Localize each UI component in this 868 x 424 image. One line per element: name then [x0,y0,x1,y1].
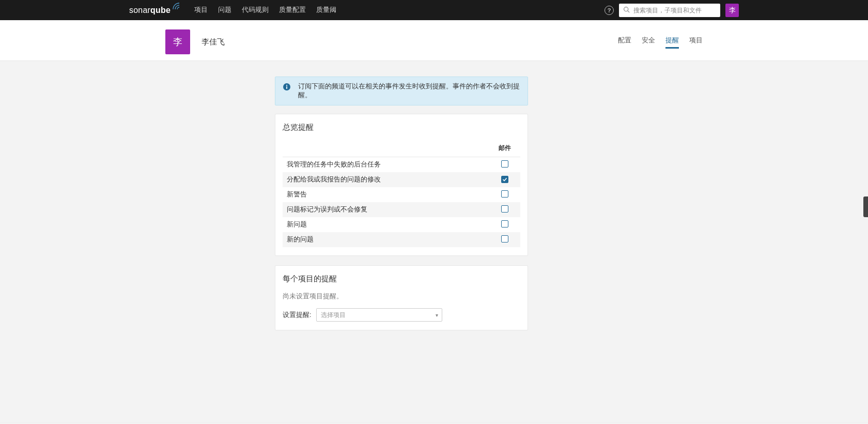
user-name: 李佳飞 [202,37,225,47]
panel-project-title: 每个项目的提醒 [283,274,520,284]
search-icon [623,6,630,14]
top-navbar: sonarqube 项目 问题 代码规则 质量配置 质量阈 ? 李 [0,0,868,20]
notification-label: 新警告 [283,187,489,202]
notification-table: 邮件 我管理的任务中失败的后台任务分配给我或我报告的问题的修改新警告问题标记为误… [283,141,520,247]
project-select-placeholder: 选择项目 [316,308,442,322]
checkbox[interactable] [501,160,508,168]
nav-issues[interactable]: 问题 [213,0,237,20]
tab-security[interactable]: 安全 [642,36,655,49]
info-icon [283,83,291,93]
checkbox[interactable] [501,235,508,243]
table-row: 新的问题 [283,232,520,247]
nav-projects[interactable]: 项目 [189,0,213,20]
notification-checkbox-cell [489,157,520,173]
logo-waves-icon [173,3,180,11]
checkbox[interactable] [501,190,508,198]
tab-notifications[interactable]: 提醒 [665,36,679,49]
logo-bold: qube [150,6,171,14]
table-row: 新问题 [283,217,520,232]
checkbox[interactable] [501,205,508,213]
help-icon[interactable]: ? [605,6,614,15]
project-select[interactable]: 选择项目 ▾ [316,308,442,322]
side-handle[interactable] [863,196,868,217]
nav-links: 项目 问题 代码规则 质量配置 质量阈 [189,0,342,20]
main-area: 订阅下面的频道可以在相关的事件发生时收到提醒。事件的作者不会收到提醒。 总览提醒… [0,61,868,423]
project-empty-text: 尚未设置项目提醒。 [283,292,520,301]
notification-label: 新的问题 [283,232,489,247]
col-email: 邮件 [489,141,520,157]
user-avatar-small[interactable]: 李 [725,4,739,17]
subtabs: 配置 安全 提醒 项目 [618,36,703,49]
tab-projects[interactable]: 项目 [689,36,703,49]
svg-point-0 [624,7,628,11]
table-row: 问题标记为误判或不会修复 [283,202,520,217]
user-avatar-big: 李 [165,29,190,54]
table-row: 新警告 [283,187,520,202]
search-input[interactable] [619,4,720,17]
checkbox[interactable] [501,220,508,228]
checkbox[interactable] [501,176,508,183]
subheader: 李 李佳飞 配置 安全 提醒 项目 [0,20,868,61]
notification-label: 新问题 [283,217,489,232]
panel-global-notifications: 总览提醒 邮件 我管理的任务中失败的后台任务分配给我或我报告的问题的修改新警告问… [275,114,528,256]
notification-checkbox-cell [489,202,520,217]
panel-project-notifications: 每个项目的提醒 尚未设置项目提醒。 设置提醒: 选择项目 ▾ [275,265,528,330]
project-select-row: 设置提醒: 选择项目 ▾ [283,308,520,322]
nav-rules[interactable]: 代码规则 [237,0,274,20]
project-select-label: 设置提醒: [283,311,311,320]
table-row: 我管理的任务中失败的后台任务 [283,157,520,173]
logo-thin: sonar [129,6,150,14]
svg-line-1 [628,10,629,12]
table-row: 分配给我或我报告的问题的修改 [283,172,520,187]
navbar-left: sonarqube 项目 问题 代码规则 质量配置 质量阈 [10,0,342,20]
chevron-down-icon: ▾ [436,312,438,318]
notification-checkbox-cell [489,172,520,187]
search-box [619,4,720,17]
notification-label: 问题标记为误判或不会修复 [283,202,489,217]
notification-checkbox-cell [489,232,520,247]
panel-global-title: 总览提醒 [283,123,520,132]
notification-label: 分配给我或我报告的问题的修改 [283,172,489,187]
nav-quality-profiles[interactable]: 质量配置 [274,0,311,20]
tab-profile[interactable]: 配置 [618,36,631,49]
navbar-right: ? 李 [605,4,858,17]
info-banner: 订阅下面的频道可以在相关的事件发生时收到提醒。事件的作者不会收到提醒。 [275,77,528,105]
notification-checkbox-cell [489,217,520,232]
col-blank [283,141,489,157]
svg-rect-4 [286,85,287,86]
logo[interactable]: sonarqube [129,6,180,15]
nav-quality-gates[interactable]: 质量阈 [311,0,342,20]
svg-rect-3 [286,86,287,89]
notification-label: 我管理的任务中失败的后台任务 [283,157,489,173]
info-banner-text: 订阅下面的频道可以在相关的事件发生时收到提醒。事件的作者不会收到提醒。 [298,82,520,100]
notification-checkbox-cell [489,187,520,202]
